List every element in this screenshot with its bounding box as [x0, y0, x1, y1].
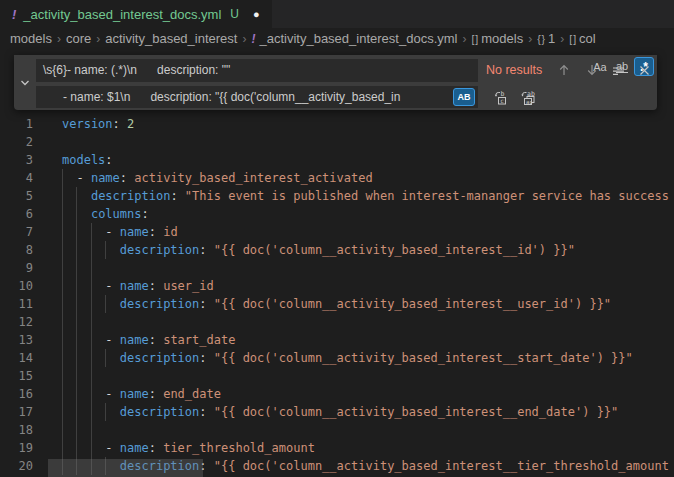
- breadcrumb-item-core[interactable]: core: [66, 31, 91, 46]
- unsaved-changes-dot-icon[interactable]: ●: [253, 0, 260, 28]
- line-number: 14: [0, 349, 33, 367]
- breadcrumb-label: _activity_based_interest_docs.yml: [259, 31, 457, 46]
- indent-guide: [62, 259, 63, 277]
- code-line[interactable]: 17 description: "{{ doc('column__activit…: [0, 403, 674, 421]
- code-text: models:: [62, 151, 113, 169]
- breadcrumb-item-_activity_based_interest_docs.yml[interactable]: !_activity_based_interest_docs.yml: [251, 31, 457, 46]
- code-text: - name: user_id: [62, 277, 214, 295]
- code-line[interactable]: 13 - name: start_date: [0, 331, 674, 349]
- code-text: columns:: [62, 205, 149, 223]
- line-number: 4: [0, 169, 33, 187]
- arrow-up-icon: [557, 63, 571, 77]
- code-line[interactable]: 14 description: "{{ doc('column__activit…: [0, 349, 674, 367]
- code-line[interactable]: 2: [0, 133, 674, 151]
- code-line[interactable]: 8 description: "{{ doc('column__activity…: [0, 241, 674, 259]
- code-text: version: 2: [62, 115, 134, 133]
- indent-guide: [76, 421, 77, 439]
- indent-guide: [91, 313, 92, 331]
- find-input[interactable]: \s{6}- name: (.*)\n description: "": [36, 59, 478, 82]
- code-line[interactable]: 5 description: "This event is published …: [0, 187, 674, 205]
- code-text: - name: activity_based_interest_activate…: [62, 169, 373, 187]
- breadcrumb-label: 1: [548, 31, 555, 46]
- breadcrumb-separator-icon: ›: [462, 32, 466, 46]
- breadcrumb-separator-icon: ›: [57, 32, 61, 46]
- horizontal-scrollbar-thumb[interactable]: [48, 459, 203, 477]
- indent-guide: [76, 259, 77, 277]
- breadcrumb-separator-icon: ›: [242, 32, 246, 46]
- line-number: 19: [0, 439, 33, 457]
- close-find-widget-button[interactable]: [634, 60, 654, 80]
- breadcrumb-separator-icon: ›: [96, 32, 100, 46]
- code-line[interactable]: 9: [0, 259, 674, 277]
- code-line[interactable]: 15: [0, 367, 674, 385]
- code-line[interactable]: 11 description: "{{ doc('column__activit…: [0, 295, 674, 313]
- editor-pane[interactable]: 1version: 223models:4 - name: activity_b…: [0, 49, 674, 477]
- symbol-array-icon: [ ]: [471, 33, 477, 45]
- breadcrumb-item-activity_based_interest[interactable]: activity_based_interest: [105, 31, 237, 46]
- preserve-case-toggle[interactable]: AB: [453, 88, 475, 106]
- toggle-replace-button[interactable]: [14, 55, 36, 110]
- code-line[interactable]: 1version: 2: [0, 115, 674, 133]
- code-text: - name: id: [62, 223, 178, 241]
- find-replace-widget: \s{6}- name: (.*)\n description: "" Aa a…: [14, 55, 657, 110]
- code-line[interactable]: 18: [0, 421, 674, 439]
- find-in-selection-button[interactable]: [608, 60, 628, 80]
- breadcrumb-label: models: [481, 31, 523, 46]
- code-text: description: "{{ doc('column__activity_b…: [62, 403, 618, 421]
- chevron-down-icon: [19, 77, 31, 89]
- breadcrumb-item-models[interactable]: [ ]models: [471, 31, 523, 46]
- line-number: 18: [0, 421, 33, 439]
- find-results-status: No results: [486, 59, 542, 82]
- indent-guide: [62, 313, 63, 331]
- code-line[interactable]: 7 - name: id: [0, 223, 674, 241]
- breadcrumb-label: col: [579, 31, 596, 46]
- svg-text:ac: ac: [526, 99, 533, 105]
- code-text: - name: tier_threshold_amount: [62, 439, 315, 457]
- line-number: 9: [0, 259, 33, 277]
- tab-filename: _activity_based_interest_docs.yml: [23, 7, 221, 22]
- code-area: 1version: 223models:4 - name: activity_b…: [0, 115, 674, 475]
- line-number: 8: [0, 241, 33, 259]
- line-number: 7: [0, 223, 33, 241]
- selection-icon: [611, 63, 626, 78]
- line-number: 3: [0, 151, 33, 169]
- line-number: 20: [0, 457, 33, 475]
- replace-input[interactable]: - name: $1\n description: "{{ doc('colum…: [36, 86, 478, 108]
- close-icon: [638, 64, 651, 77]
- git-untracked-badge: U: [230, 7, 239, 21]
- code-line[interactable]: 4 - name: activity_based_interest_activa…: [0, 169, 674, 187]
- code-line[interactable]: 10 - name: user_id: [0, 277, 674, 295]
- previous-match-button[interactable]: [554, 60, 574, 80]
- breadcrumb-label: core: [66, 31, 91, 46]
- yaml-warning-icon: !: [251, 32, 255, 46]
- code-line[interactable]: 19 - name: tier_threshold_amount: [0, 439, 674, 457]
- indent-guide: [91, 421, 92, 439]
- next-match-button[interactable]: [582, 60, 602, 80]
- code-line[interactable]: 6 columns:: [0, 205, 674, 223]
- line-number: 6: [0, 205, 33, 223]
- line-number: 13: [0, 331, 33, 349]
- tab-active-yaml-file[interactable]: ! _activity_based_interest_docs.yml U ●: [0, 0, 272, 28]
- indent-guide: [76, 313, 77, 331]
- line-number: 2: [0, 133, 33, 151]
- indent-guide: [62, 421, 63, 439]
- code-line[interactable]: 3models:: [0, 151, 674, 169]
- breadcrumb-item-col[interactable]: [ ]col: [569, 31, 595, 46]
- code-text: description: "{{ doc('column__activity_b…: [62, 295, 611, 313]
- code-line[interactable]: 12: [0, 313, 674, 331]
- yaml-file-icon: !: [12, 7, 16, 22]
- line-number: 11: [0, 295, 33, 313]
- breadcrumb-label: activity_based_interest: [105, 31, 237, 46]
- replace-all-button[interactable]: ab ac: [518, 87, 538, 107]
- replace-button[interactable]: b c: [492, 87, 512, 107]
- symbol-object-icon: { }: [537, 33, 544, 45]
- line-number: 5: [0, 187, 33, 205]
- code-line[interactable]: 16 - name: end_date: [0, 385, 674, 403]
- breadcrumb-item-1[interactable]: { }1: [537, 31, 555, 46]
- breadcrumb-separator-icon: ›: [560, 32, 564, 46]
- line-number: 17: [0, 403, 33, 421]
- breadcrumb-item-models[interactable]: models: [10, 31, 52, 46]
- replace-icon: b c: [494, 89, 510, 105]
- line-number: 12: [0, 313, 33, 331]
- arrow-down-icon: [585, 63, 599, 77]
